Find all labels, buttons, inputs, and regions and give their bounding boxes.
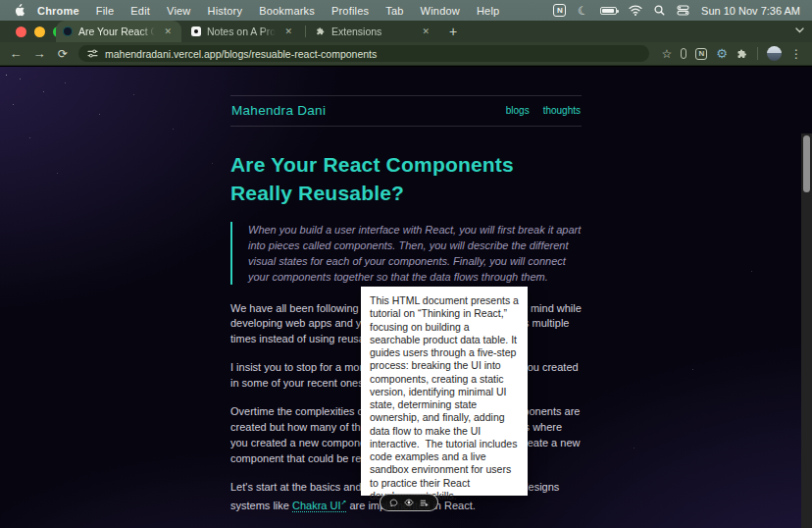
- site-settings-icon[interactable]: [87, 49, 98, 58]
- close-tab-icon[interactable]: ✕: [419, 26, 432, 37]
- starfield-decoration: [6, 75, 7, 76]
- focus-moon-icon[interactable]: ☾: [577, 3, 590, 17]
- post-title: Are Your React Components Really Reusabl…: [230, 151, 582, 208]
- browser-toolbar: ← → ⟳ mahendradani.vercel.app/blogs/resu…: [0, 42, 812, 66]
- notes-favicon: [191, 26, 201, 36]
- tab-react-components[interactable]: Are Your React Components ✕: [56, 21, 181, 42]
- address-bar[interactable]: mahendradani.vercel.app/blogs/resuable-r…: [78, 45, 649, 62]
- minimize-window-button[interactable]: [34, 26, 45, 37]
- spotlight-search-icon[interactable]: [654, 5, 665, 16]
- apple-menu-icon[interactable]: [14, 4, 25, 17]
- site-nav: blogs thoughts: [506, 105, 581, 116]
- back-button[interactable]: ←: [4, 46, 27, 61]
- battery-icon[interactable]: [600, 7, 617, 15]
- control-center-icon[interactable]: [677, 5, 689, 16]
- forward-button[interactable]: →: [27, 46, 51, 61]
- nav-blogs-link[interactable]: blogs: [506, 105, 530, 116]
- url-text: mahendradani.vercel.app/blogs/resuable-r…: [105, 48, 377, 60]
- chevron-down-icon[interactable]: [795, 27, 804, 33]
- menu-tab[interactable]: Tab: [385, 5, 403, 17]
- summary-list-icon[interactable]: [420, 499, 429, 507]
- design-system-link[interactable]: Chakra UI↗: [292, 500, 346, 512]
- close-tab-icon[interactable]: ✕: [161, 26, 175, 37]
- chrome-tab-strip: Are Your React Components ✕ Notes on A P…: [0, 21, 812, 42]
- settings-gear-extension-icon[interactable]: ⚙: [716, 47, 728, 60]
- toolbar-separator: [757, 47, 758, 60]
- react-docs-quote: When you build a user interface with Rea…: [230, 222, 582, 285]
- menu-bar-status-area: N ☾ Sun 10 Nov 7:36 AM: [553, 4, 800, 17]
- profile-avatar[interactable]: [767, 46, 782, 61]
- new-tab-button[interactable]: +: [449, 25, 457, 38]
- menu-history[interactable]: History: [208, 5, 243, 17]
- page-scrollbar[interactable]: [801, 133, 812, 528]
- toolbar-right-icons: ☆ N ⚙ ⋮: [662, 46, 802, 61]
- extensions-puzzle-icon[interactable]: [736, 48, 748, 60]
- site-header: Mahendra Dani blogs thoughts: [230, 95, 582, 127]
- tab-title: Extensions: [331, 26, 413, 37]
- tab-title: Notes on A Programmable W: [207, 26, 276, 37]
- close-tab-icon[interactable]: ✕: [281, 26, 295, 37]
- menu-file[interactable]: File: [96, 5, 115, 17]
- notion-menubar-icon[interactable]: N: [553, 4, 566, 17]
- tab-notes-programmable[interactable]: Notes on A Programmable W ✕: [184, 21, 302, 42]
- scrollbar-thumb[interactable]: [803, 135, 810, 192]
- summary-tooltip: This HTML document presents a tutorial o…: [361, 287, 528, 496]
- comment-bubble-icon[interactable]: [389, 499, 398, 507]
- screen: Chrome File Edit View History Bookmarks …: [0, 0, 812, 528]
- tooltip-action-pill: [380, 494, 438, 511]
- menu-bookmarks[interactable]: Bookmarks: [259, 5, 315, 17]
- link-text: Chakra UI: [292, 500, 341, 511]
- tab-title: Are Your React Components: [78, 26, 155, 37]
- bookmark-star-icon[interactable]: ☆: [662, 47, 673, 61]
- reload-button[interactable]: ⟳: [51, 47, 75, 61]
- chrome-menu-kebab-icon[interactable]: ⋮: [790, 47, 802, 61]
- tab-extensions[interactable]: Extensions ✕: [309, 21, 439, 42]
- blog-favicon: [63, 26, 73, 36]
- tab-separator: [305, 26, 306, 37]
- close-window-button[interactable]: [16, 26, 26, 37]
- menu-chrome[interactable]: Chrome: [37, 5, 79, 17]
- extension-capsule-icon[interactable]: [681, 48, 686, 59]
- puzzle-favicon: [316, 26, 326, 36]
- menu-profiles[interactable]: Profiles: [331, 5, 369, 17]
- menu-window[interactable]: Window: [421, 5, 460, 17]
- site-title-link[interactable]: Mahendra Dani: [231, 103, 326, 118]
- menu-help[interactable]: Help: [477, 5, 499, 17]
- nav-thoughts-link[interactable]: thoughts: [543, 105, 581, 116]
- menu-bar-clock[interactable]: Sun 10 Nov 7:36 AM: [701, 5, 800, 17]
- menu-view[interactable]: View: [167, 5, 190, 17]
- macos-menu-bar: Chrome File Edit View History Bookmarks …: [0, 0, 812, 21]
- eye-icon[interactable]: [404, 499, 414, 506]
- paragraph-text: We have all been following the: [230, 301, 380, 313]
- notion-extension-icon[interactable]: N: [695, 48, 707, 60]
- wifi-icon[interactable]: [629, 5, 642, 16]
- menu-edit[interactable]: Edit: [130, 5, 150, 17]
